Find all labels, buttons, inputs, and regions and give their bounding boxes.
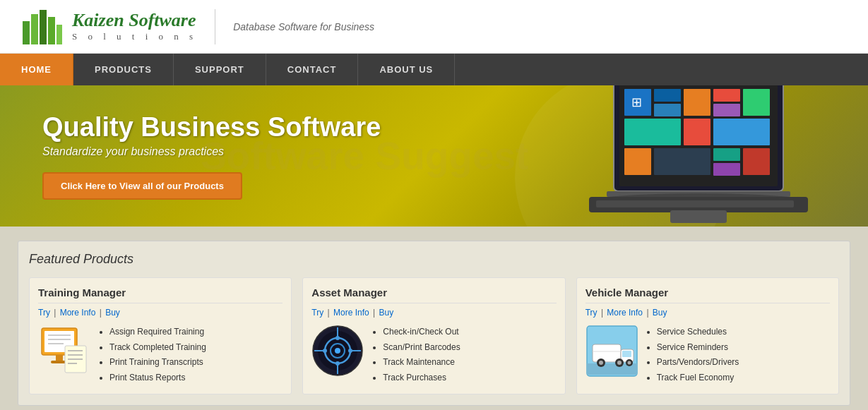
- product-card-asset: Asset Manager Try | More Info | Buy: [302, 277, 565, 394]
- featured-section: Featured Products Training Manager Try |…: [18, 241, 850, 406]
- try-link-vehicle[interactable]: Try: [585, 308, 598, 318]
- moreinfo-link-training[interactable]: More Info: [60, 308, 96, 318]
- svg-rect-1: [31, 14, 38, 44]
- laptop-svg: ⊞: [585, 85, 826, 227]
- banner-subtitle: Standardize your business practices: [42, 145, 381, 158]
- banner-text: Quality Business Software Standardize yo…: [42, 112, 381, 200]
- training-manager-icon: [38, 325, 91, 378]
- banner-title: Quality Business Software: [42, 112, 381, 143]
- svg-rect-14: [624, 119, 681, 145]
- main-nav: HOME PRODUCTS SUPPORT CONTACT ABOUT US: [0, 54, 868, 85]
- svg-rect-55: [593, 344, 621, 362]
- vehicle-manager-icon: [585, 325, 638, 378]
- product-body-asset: Check-in/Check Out Scan/Print Barcodes T…: [311, 325, 556, 385]
- svg-point-59: [599, 361, 603, 365]
- product-body-vehicle: Service Schedules Service Reminders Part…: [585, 325, 830, 385]
- svg-text:⊞: ⊞: [631, 95, 642, 109]
- logo-icon: [21, 7, 64, 46]
- svg-rect-20: [713, 163, 740, 176]
- svg-rect-3: [48, 17, 55, 44]
- product-card-vehicle: Vehicle Manager Try | More Info | Buy: [576, 277, 839, 394]
- product-links-asset: Try | More Info | Buy: [311, 308, 556, 318]
- product-name-vehicle: Vehicle Manager: [585, 287, 830, 303]
- product-features-training: Assign Required Training Track Completed…: [100, 325, 206, 385]
- asset-manager-icon: [311, 325, 364, 378]
- product-name-asset: Asset Manager: [311, 287, 556, 303]
- svg-rect-12: [713, 104, 740, 116]
- svg-rect-18: [654, 148, 711, 175]
- svg-rect-57: [622, 351, 631, 357]
- svg-rect-10: [684, 89, 711, 116]
- cta-button[interactable]: Click Here to View all of our Products: [42, 172, 242, 200]
- product-features-vehicle: Service Schedules Service Reminders Part…: [647, 325, 739, 385]
- svg-rect-13: [743, 89, 770, 116]
- hero-banner: Quality Business Software Standardize yo…: [0, 85, 868, 227]
- svg-rect-17: [624, 148, 651, 175]
- svg-rect-27: [670, 210, 727, 223]
- nav-home[interactable]: HOME: [0, 54, 73, 85]
- nav-about[interactable]: ABOUT US: [358, 54, 455, 85]
- try-link-training[interactable]: Try: [38, 308, 50, 318]
- nav-support[interactable]: SUPPORT: [174, 54, 266, 85]
- nav-products[interactable]: PRODUCTS: [73, 54, 174, 85]
- svg-rect-26: [596, 200, 794, 207]
- product-card-training: Training Manager Try | More Info | Buy: [29, 277, 292, 394]
- buy-link-vehicle[interactable]: Buy: [653, 308, 667, 318]
- header-divider: [215, 9, 215, 44]
- try-link-asset[interactable]: Try: [311, 308, 323, 318]
- site-header: Kaizen Software S o l u t i o n s Databa…: [0, 0, 868, 54]
- svg-rect-0: [23, 21, 30, 44]
- svg-point-63: [627, 361, 631, 365]
- tagline: Database Software for Business: [233, 21, 374, 32]
- svg-rect-8: [654, 89, 681, 102]
- svg-rect-9: [654, 104, 681, 116]
- moreinfo-link-asset[interactable]: More Info: [333, 308, 369, 318]
- svg-rect-2: [40, 10, 47, 44]
- logo-title: Kaizen Software: [72, 11, 197, 31]
- products-grid: Training Manager Try | More Info | Buy: [29, 277, 839, 394]
- moreinfo-link-vehicle[interactable]: More Info: [607, 308, 643, 318]
- nav-contact[interactable]: CONTACT: [266, 54, 359, 85]
- product-body-training: Assign Required Training Track Completed…: [38, 325, 283, 385]
- product-links-vehicle: Try | More Info | Buy: [585, 308, 830, 318]
- svg-rect-33: [56, 355, 63, 361]
- logo-text: Kaizen Software S o l u t i o n s: [72, 11, 197, 42]
- svg-rect-19: [713, 148, 740, 161]
- featured-title: Featured Products: [29, 252, 839, 267]
- svg-rect-15: [684, 119, 711, 145]
- product-links-training: Try | More Info | Buy: [38, 308, 283, 318]
- laptop-illustration: ⊞: [585, 85, 826, 227]
- logo-area: Kaizen Software S o l u t i o n s: [21, 7, 197, 46]
- svg-point-61: [617, 361, 622, 365]
- svg-point-44: [335, 348, 340, 354]
- svg-rect-16: [713, 119, 770, 145]
- product-name-training: Training Manager: [38, 287, 283, 303]
- buy-link-asset[interactable]: Buy: [379, 308, 394, 318]
- svg-rect-21: [743, 148, 770, 175]
- svg-rect-4: [57, 25, 62, 44]
- buy-link-training[interactable]: Buy: [105, 308, 120, 318]
- product-features-asset: Check-in/Check Out Scan/Print Barcodes T…: [373, 325, 460, 385]
- svg-rect-11: [713, 89, 740, 102]
- logo-subtitle: S o l u t i o n s: [72, 31, 197, 42]
